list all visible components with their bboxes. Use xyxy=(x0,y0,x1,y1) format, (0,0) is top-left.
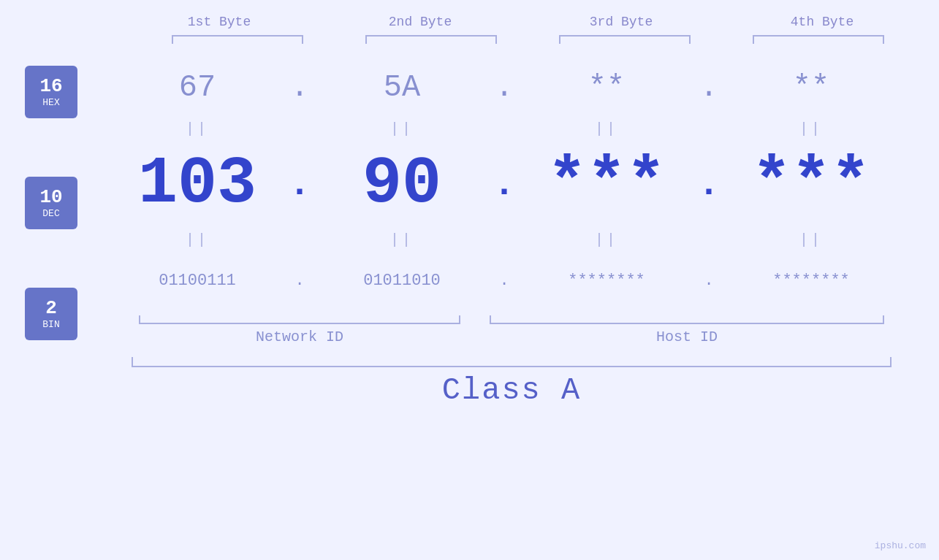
bin-val-4: ******** xyxy=(772,272,850,290)
dec-cell-3: *** xyxy=(519,147,694,221)
pipe-4: || xyxy=(723,120,899,137)
bin-cell-1: 01100111 xyxy=(110,272,285,290)
hex-badge: 16 HEX xyxy=(25,66,77,118)
main-container: 1st Byte 2nd Byte 3rd Byte 4th Byte 16 H… xyxy=(0,0,939,560)
hex-dot-2: . xyxy=(490,70,519,105)
dec-val-3: *** xyxy=(547,147,666,221)
dec-cell-2: 90 xyxy=(314,147,490,221)
host-bracket xyxy=(475,315,899,324)
bracket-3 xyxy=(552,35,698,44)
bin-cell-3: ******** xyxy=(519,272,694,290)
pipe-3b: || xyxy=(519,231,694,248)
pipe-1b: || xyxy=(110,231,285,248)
dec-name: DEC xyxy=(42,208,59,219)
dec-number: 10 xyxy=(39,187,62,208)
byte-headers: 1st Byte 2nd Byte 3rd Byte 4th Byte xyxy=(119,15,923,29)
bracket-labels: Network ID Host ID xyxy=(124,329,899,345)
watermark: ipshu.com xyxy=(875,540,926,551)
left-labels: 16 HEX 10 DEC 2 BIN xyxy=(0,58,102,340)
dec-cell-1: 103 xyxy=(110,147,285,221)
hex-val-4: ** xyxy=(793,70,829,105)
bin-number: 2 xyxy=(45,298,57,319)
pipe-3: || xyxy=(519,120,694,137)
hex-dot-1: . xyxy=(285,70,314,105)
bracket-1 xyxy=(164,35,311,44)
bottom-brackets xyxy=(124,315,899,324)
bracket-line-3 xyxy=(559,35,691,44)
pipe-1: || xyxy=(110,120,285,137)
rows-wrapper: 67 . 5A . ** . xyxy=(110,58,939,310)
bin-val-1: 01100111 xyxy=(159,272,236,290)
pipe-row-2: || || || || xyxy=(110,228,939,251)
pipe-row-1: || || || || xyxy=(110,117,939,140)
pipe-2: || xyxy=(314,120,490,137)
bin-dot-2: . xyxy=(490,272,519,290)
hex-name: HEX xyxy=(42,97,59,108)
byte-3-label: 3rd Byte xyxy=(541,15,702,29)
hex-val-2: 5A xyxy=(384,70,420,105)
host-bracket-line xyxy=(490,315,884,324)
network-id-label: Network ID xyxy=(124,329,475,345)
dec-dot-3: . xyxy=(694,164,723,205)
dec-row: 103 . 90 . *** . xyxy=(110,140,939,228)
bracket-line-1 xyxy=(172,35,303,44)
dec-val-4: *** xyxy=(752,147,870,221)
class-row: Class A xyxy=(124,357,899,408)
hex-val-3: ** xyxy=(588,70,625,105)
byte-4-label: 4th Byte xyxy=(742,15,902,29)
bin-cell-2: 01011010 xyxy=(314,272,490,290)
dec-val-2: 90 xyxy=(362,147,441,221)
byte-1-label: 1st Byte xyxy=(139,15,300,29)
hex-cell-1: 67 xyxy=(110,70,285,105)
bin-name: BIN xyxy=(42,319,59,330)
bin-cell-4: ******** xyxy=(723,272,899,290)
hex-dot-3: . xyxy=(694,70,723,105)
top-brackets xyxy=(141,35,916,44)
content-area: 16 HEX 10 DEC 2 BIN 67 . xyxy=(0,58,939,408)
hex-cell-2: 5A xyxy=(314,70,490,105)
class-label: Class A xyxy=(442,373,581,408)
bracket-2 xyxy=(358,35,504,44)
bin-val-2: 01011010 xyxy=(363,272,441,290)
pipe-4b: || xyxy=(723,231,899,248)
hex-row: 67 . 5A . ** . xyxy=(110,58,939,117)
hex-cell-4: ** xyxy=(723,70,899,105)
hex-number: 16 xyxy=(39,76,62,97)
bin-dot-1: . xyxy=(285,272,314,290)
bracket-4 xyxy=(745,35,892,44)
network-bracket-line xyxy=(139,315,460,324)
network-bracket xyxy=(124,315,475,324)
class-bracket-line xyxy=(132,357,892,367)
dec-dot-2: . xyxy=(490,164,519,205)
dec-val-1: 103 xyxy=(138,147,256,221)
bin-dot-3: . xyxy=(694,272,723,290)
hex-val-1: 67 xyxy=(179,70,216,105)
bracket-line-4 xyxy=(753,35,884,44)
bin-val-3: ******** xyxy=(568,272,645,290)
bracket-line-2 xyxy=(365,35,497,44)
byte-2-label: 2nd Byte xyxy=(340,15,501,29)
bin-badge: 2 BIN xyxy=(25,288,77,340)
hex-cell-3: ** xyxy=(519,70,694,105)
bin-row: 01100111 . 01011010 . ******** xyxy=(110,251,939,310)
dec-dot-1: . xyxy=(285,164,314,205)
pipe-2b: || xyxy=(314,231,490,248)
dec-badge: 10 DEC xyxy=(25,177,77,229)
dec-cell-4: *** xyxy=(723,147,899,221)
data-grid: 67 . 5A . ** . xyxy=(102,58,939,408)
host-id-label: Host ID xyxy=(475,329,899,345)
